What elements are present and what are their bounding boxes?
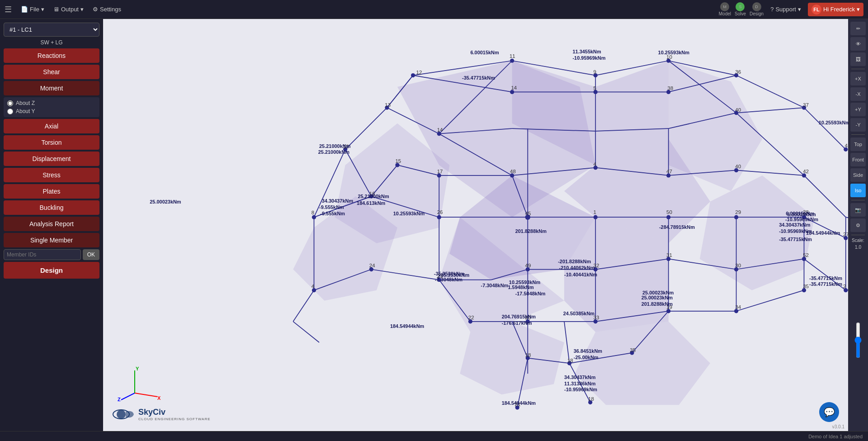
pencil-button[interactable]: ✏ <box>850 22 866 35</box>
svg-text:-10.95969kNm: -10.95969kNm <box>785 217 818 222</box>
top-view-label: Top <box>854 142 862 147</box>
nav-items: 📄 File ▾ 🖥 Output ▾ ⚙ Settings <box>21 6 710 13</box>
toolbar-divider-4 <box>851 235 865 235</box>
svg-text:-25.00kNm: -25.00kNm <box>574 355 599 360</box>
file-menu[interactable]: 📄 File ▾ <box>21 6 44 13</box>
svg-text:49: 49 <box>525 263 531 268</box>
user-avatar: FL <box>811 5 821 14</box>
eye-button[interactable]: 👁 <box>850 37 866 51</box>
svg-text:1: 1 <box>594 209 596 215</box>
camera-button[interactable]: 📷 <box>850 203 866 217</box>
canvas-area[interactable]: 12 11 9 10 36 13 37 14 5 38 15 14 40 41 … <box>103 19 848 431</box>
svg-text:14: 14 <box>437 127 443 133</box>
svg-text:34.30437kNm: 34.30437kNm <box>779 222 811 228</box>
side-view-button[interactable]: Side <box>850 168 866 182</box>
solve-tab[interactable]: S Solve <box>735 2 746 16</box>
menu-icon[interactable]: ☰ <box>5 5 12 14</box>
svg-text:-210.44062kNm: -210.44062kNm <box>559 265 595 270</box>
svg-text:201.8288kNm: 201.8288kNm <box>642 301 673 307</box>
model-tab[interactable]: M Model <box>719 2 731 16</box>
svg-text:31: 31 <box>666 252 672 258</box>
front-view-button[interactable]: Front <box>850 153 866 166</box>
nav-right: M Model S Solve D Design ? Support ▾ FL … <box>719 2 863 16</box>
settings-menu[interactable]: ⚙ Settings <box>93 6 121 13</box>
svg-text:-7.3048kNm: -7.3048kNm <box>435 277 462 282</box>
svg-text:-10.95969kNm: -10.95969kNm <box>572 55 605 61</box>
svg-line-255 <box>121 393 135 400</box>
svg-text:Y: Y <box>136 366 139 371</box>
svg-text:42: 42 <box>803 169 809 174</box>
plus-y-icon: +Y <box>855 107 861 112</box>
reactions-button[interactable]: Reactions <box>4 48 99 63</box>
svg-text:-35.47715kNm: -35.47715kNm <box>779 237 812 242</box>
iso-view-button[interactable]: Iso <box>850 184 866 197</box>
design-dot: D <box>752 2 761 11</box>
svg-text:15: 15 <box>395 158 401 164</box>
design-tab[interactable]: D Design <box>750 2 764 16</box>
displacement-button[interactable]: Displacement <box>4 152 99 166</box>
single-member-button[interactable]: Single Member <box>4 233 99 247</box>
svg-text:18: 18 <box>588 396 594 402</box>
about-z-radio[interactable]: About Z <box>7 100 96 106</box>
user-menu[interactable]: FL Hi Frederick ▾ <box>808 3 863 16</box>
top-view-button[interactable]: Top <box>850 138 866 151</box>
image-button[interactable]: 🖼 <box>850 52 866 66</box>
iso-view-label: Iso <box>855 188 862 193</box>
member-id-input[interactable] <box>4 249 81 260</box>
plates-button[interactable]: Plates <box>4 184 99 199</box>
svg-text:40: 40 <box>735 107 741 113</box>
svg-text:50: 50 <box>666 209 672 215</box>
question-icon: ? <box>770 6 774 13</box>
svg-text:184.54944kNm: 184.54944kNm <box>502 400 536 406</box>
svg-text:-17.5048kNm: -17.5048kNm <box>515 291 546 296</box>
skyciv-tagline: CLOUD ENGINEERING SOFTWARE <box>138 417 211 421</box>
svg-text:13: 13 <box>385 102 391 108</box>
svg-text:22: 22 <box>468 315 474 320</box>
toolbar-divider-1 <box>851 69 865 69</box>
stress-button[interactable]: Stress <box>4 168 99 182</box>
support-button[interactable]: ? Support ▾ <box>770 6 801 13</box>
svg-text:201.8288kNm: 201.8288kNm <box>515 228 547 234</box>
buckling-button[interactable]: Buckling <box>4 200 99 215</box>
design-button[interactable]: Design <box>4 262 99 279</box>
structure-diagram: 12 11 9 10 36 13 37 14 5 38 15 14 40 41 … <box>103 19 848 431</box>
svg-text:11: 11 <box>509 53 515 59</box>
svg-text:9: 9 <box>594 69 596 75</box>
side-view-label: Side <box>853 172 863 178</box>
ok-button[interactable]: OK <box>83 249 99 260</box>
svg-text:-284.78915kNm: -284.78915kNm <box>659 224 695 230</box>
svg-text:34.30437kNm: 34.30437kNm <box>322 198 354 204</box>
torsion-button[interactable]: Torsion <box>4 135 99 150</box>
chat-button[interactable]: 💬 <box>819 402 839 422</box>
minus-x-button[interactable]: -X <box>850 87 866 101</box>
chevron-down-icon: ▾ <box>798 6 801 13</box>
svg-text:25.00023kNm: 25.00023kNm <box>642 290 674 295</box>
analysis-report-button[interactable]: Analysis Report <box>4 217 99 231</box>
svg-text:24: 24 <box>369 263 375 268</box>
scale-slider[interactable] <box>854 322 863 358</box>
plus-x-button[interactable]: +X <box>850 72 866 85</box>
footer: Demo of Idea 1 adjusted <box>0 431 868 441</box>
svg-text:-10.40441kNm: -10.40441kNm <box>564 272 597 277</box>
plus-y-button[interactable]: +Y <box>850 103 866 116</box>
axial-button[interactable]: Axial <box>4 119 99 133</box>
svg-text:14: 14 <box>511 85 517 90</box>
moment-button[interactable]: Moment <box>4 81 99 95</box>
svg-text:38: 38 <box>667 85 673 91</box>
output-menu[interactable]: 🖥 Output ▾ <box>53 6 84 13</box>
svg-text:-201.8288kNm: -201.8288kNm <box>558 259 591 264</box>
scale-label: Scale: <box>852 238 864 243</box>
svg-text:29: 29 <box>735 209 741 215</box>
eye-icon: 👁 <box>856 41 861 47</box>
minus-y-button[interactable]: -Y <box>850 118 866 132</box>
shear-button[interactable]: Shear <box>4 65 99 79</box>
mode-tabs: M Model S Solve D Design <box>719 2 764 16</box>
load-case-select[interactable]: #1 - LC1 <box>4 23 99 37</box>
svg-text:4: 4 <box>594 161 597 167</box>
svg-text:-9.555kNm: -9.555kNm <box>319 204 344 210</box>
toolbar-settings-button[interactable]: ⚙ <box>850 218 866 232</box>
about-y-radio[interactable]: About Y <box>7 108 96 114</box>
svg-text:-7.3048kNm: -7.3048kNm <box>481 283 509 288</box>
svg-text:30: 30 <box>735 263 741 268</box>
svg-text:35: 35 <box>630 347 636 353</box>
